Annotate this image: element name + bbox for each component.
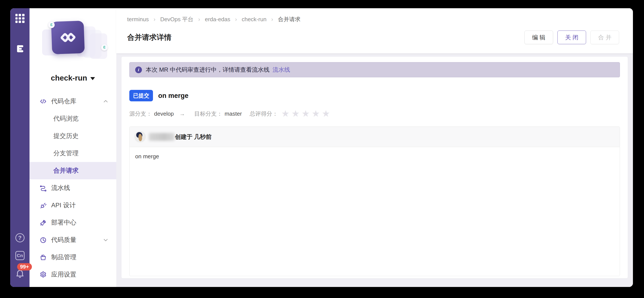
sidebar-item-branch-management[interactable]: 分支管理 (30, 145, 116, 162)
arrow-right-icon: → (180, 111, 185, 117)
score-label: 总评得分： (250, 110, 278, 118)
code-icon (40, 98, 47, 105)
breadcrumb-separator: › (235, 16, 237, 23)
breadcrumb-item-org[interactable]: terminus (127, 16, 149, 23)
mr-detail-card: i 本次 MR 中代码审查进行中，详情请查看流水线 流水线 已提交 on mer… (122, 57, 628, 278)
chevron-up-icon (103, 99, 108, 104)
app-grid-icon[interactable] (16, 14, 24, 23)
breadcrumb: terminus › DevOps 平台 › erda-edas › check… (127, 15, 619, 23)
mr-description-body: on merge (130, 147, 620, 166)
app-switcher[interactable]: check-run (30, 74, 116, 82)
star-icon[interactable] (302, 109, 310, 118)
sidebar-item-pipeline[interactable]: 流水线 (30, 179, 116, 197)
help-icon[interactable]: ? (16, 233, 24, 242)
mr-review-alert: i 本次 MR 中代码审查进行中，详情请查看流水线 流水线 (129, 62, 620, 77)
pipeline-icon (40, 184, 47, 192)
star-icon[interactable] (322, 109, 330, 118)
breadcrumb-item-project[interactable]: erda-edas (205, 16, 230, 23)
edit-button[interactable]: 编 辑 (524, 30, 553, 44)
chevron-down-icon (90, 77, 95, 80)
app-logo: Ɛ Ɛ (30, 21, 116, 68)
sidebar-item-deploy-center[interactable]: 部署中心 (30, 214, 116, 231)
icon-rail: ? Cn 99+ (10, 8, 30, 287)
rocket-icon (40, 219, 47, 226)
star-icon[interactable] (292, 109, 300, 118)
merge-button[interactable]: 合 并 (590, 30, 619, 44)
app-name: check-run (51, 74, 87, 82)
notifications-bell-icon[interactable]: 99+ (15, 269, 25, 280)
sidebar-item-merge-requests[interactable]: 合并请求 (30, 162, 116, 179)
main-area: terminus › DevOps 平台 › erda-edas › check… (116, 8, 633, 287)
created-time-text: 创建于 几秒前 (175, 133, 212, 141)
sidebar-item-code-quality[interactable]: 代码质量 (30, 231, 116, 249)
chevron-down-icon (103, 237, 108, 243)
mr-meta-row: 源分支： develop → 目标分支： master 总评得分： (129, 109, 620, 118)
info-icon: i (135, 66, 142, 73)
target-branch-label: 目标分支： (194, 110, 222, 118)
status-badge: 已提交 (129, 90, 153, 101)
content-area: i 本次 MR 中代码审查进行中，详情请查看流水线 流水线 已提交 on mer… (116, 53, 633, 287)
basket-icon (40, 254, 47, 261)
gear-icon (40, 271, 47, 278)
star-icon[interactable] (312, 109, 320, 118)
source-branch-value: develop (154, 111, 174, 117)
sidebar-item-api-design[interactable]: API 设计 (30, 197, 116, 214)
language-switch-icon[interactable]: Cn (16, 251, 24, 260)
target-branch-value: master (224, 111, 242, 117)
sidebar: Ɛ Ɛ check-run 代码仓库 代码浏览 提交历史 分支管理 合并请求 (30, 8, 116, 287)
rating-stars (282, 109, 330, 118)
breadcrumb-separator: › (198, 16, 200, 23)
breadcrumb-separator: › (271, 16, 273, 23)
gauge-icon (40, 236, 47, 244)
sidebar-item-commit-history[interactable]: 提交历史 (30, 127, 116, 145)
sidebar-nav: 代码仓库 代码浏览 提交历史 分支管理 合并请求 流水线 (30, 93, 116, 283)
comment-header: 创建于 几秒前 (130, 127, 620, 147)
star-icon[interactable] (282, 109, 290, 118)
author-name-redacted (149, 133, 174, 141)
app-window: ? Cn 99+ Ɛ Ɛ check-run (10, 8, 633, 287)
breadcrumb-item-current: 合并请求 (278, 15, 300, 23)
app-logo-tile (51, 20, 84, 54)
avatar (134, 131, 146, 143)
page-header: terminus › DevOps 平台 › erda-edas › check… (116, 8, 633, 53)
breadcrumb-separator: › (154, 16, 156, 23)
sidebar-item-code-browse[interactable]: 代码浏览 (30, 110, 116, 127)
close-button[interactable]: 关 闭 (558, 30, 586, 44)
page-title: 合并请求详情 (127, 32, 172, 42)
breadcrumb-item-app[interactable]: check-run (242, 16, 266, 23)
mr-title: on merge (158, 92, 188, 100)
breadcrumb-item-platform[interactable]: DevOps 平台 (160, 15, 193, 23)
sidebar-item-artifact-management[interactable]: 制品管理 (30, 249, 116, 266)
sidebar-item-app-settings[interactable]: 应用设置 (30, 266, 116, 283)
plug-icon (40, 202, 47, 209)
pipeline-link[interactable]: 流水线 (272, 66, 290, 74)
erda-mini-badge-icon: Ɛ (48, 22, 55, 28)
erda-logo-icon[interactable] (15, 44, 25, 54)
sidebar-item-code-repo[interactable]: 代码仓库 (30, 93, 116, 110)
source-branch-label: 源分支： (129, 110, 152, 118)
mr-description-card: 创建于 几秒前 on merge (129, 127, 620, 276)
alert-text: 本次 MR 中代码审查进行中，详情请查看流水线 (146, 66, 270, 74)
erda-mini-badge-icon: Ɛ (101, 44, 108, 51)
